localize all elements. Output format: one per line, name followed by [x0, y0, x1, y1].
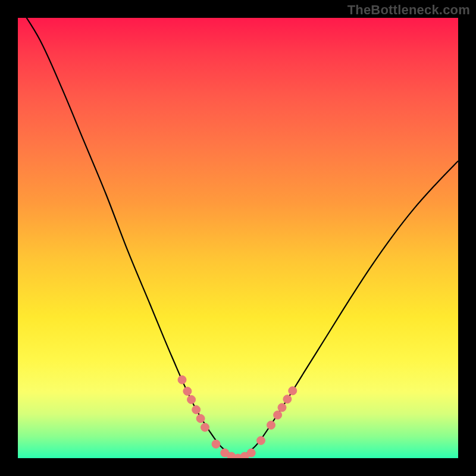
curve-marker	[247, 449, 255, 457]
curve-marker	[212, 440, 220, 448]
curve-marker	[183, 387, 192, 396]
curve-marker	[201, 423, 209, 431]
curve-marker	[187, 396, 196, 404]
bottleneck-curve	[18, 18, 458, 458]
chart-frame: TheBottleneck.com	[0, 0, 476, 476]
curve-line	[18, 18, 458, 458]
curve-marker	[256, 436, 265, 444]
curve-marker	[267, 421, 275, 430]
curve-marker	[178, 375, 186, 384]
curve-marker	[289, 387, 297, 395]
curve-marker	[192, 406, 201, 414]
curve-marker	[278, 403, 286, 412]
curve-markers	[178, 375, 297, 458]
curve-marker	[274, 411, 282, 419]
plot-area	[18, 18, 458, 458]
watermark-text: TheBottleneck.com	[347, 2, 470, 18]
curve-marker	[196, 414, 205, 422]
curve-marker	[283, 395, 292, 403]
